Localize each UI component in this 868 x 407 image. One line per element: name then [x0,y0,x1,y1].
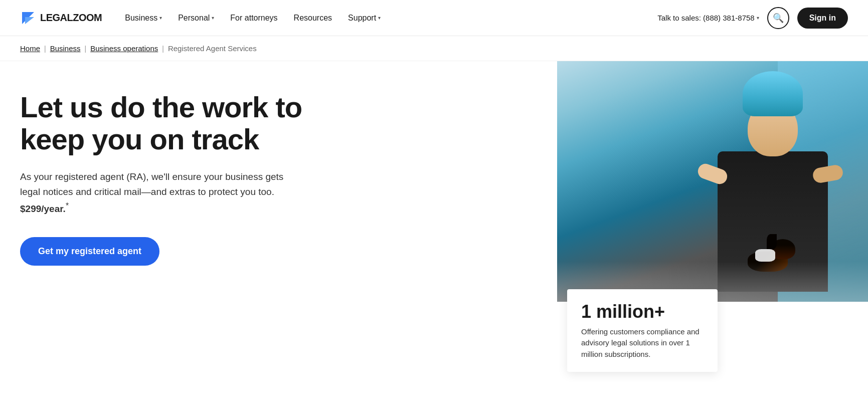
search-button[interactable]: 🔍 [767,7,789,29]
chevron-down-icon: ▾ [378,15,381,21]
legalzoom-logo-icon [20,10,36,26]
towel-shape [755,249,775,262]
chevron-down-icon: ▾ [757,15,759,21]
signin-button[interactable]: Sign in [797,8,848,29]
breadcrumb-business[interactable]: Business [50,44,81,53]
nav-item-resources[interactable]: Resources [287,10,339,27]
arm-right [812,164,844,184]
breadcrumb: Home | Business | Business operations | … [0,36,868,61]
header: LEGALZOOM Business ▾ Personal ▾ For atto… [0,0,868,36]
dog-ear-shape [767,234,777,249]
hero-content-left: Let us do the work to keep you on track … [20,91,361,372]
hero-image [557,61,868,302]
nav-item-support[interactable]: Support ▾ [341,10,388,27]
breadcrumb-current-page: Registered Agent Services [168,44,257,53]
header-right: Talk to sales: (888) 381-8758 ▾ 🔍 Sign i… [657,7,848,29]
chevron-down-icon: ▾ [159,15,162,21]
breadcrumb-home[interactable]: Home [20,44,40,53]
nav-item-personal[interactable]: Personal ▾ [171,10,221,27]
breadcrumb-business-operations[interactable]: Business operations [90,44,158,53]
arm-left [696,162,730,186]
cta-button[interactable]: Get my registered agent [20,237,159,266]
search-icon: 🔍 [773,13,784,24]
hero-section: Let us do the work to keep you on track … [0,61,868,392]
breadcrumb-separator: | [162,45,164,53]
stats-number: 1 million+ [581,301,704,322]
sales-phone-link[interactable]: Talk to sales: (888) 381-8758 ▾ [657,14,759,22]
hero-description: As your registered agent (RA), we'll ens… [20,169,301,218]
stats-description: Offering customers compliance and adviso… [581,326,704,360]
logo-link[interactable]: LEGALZOOM [20,10,102,26]
nav-item-attorneys[interactable]: For attorneys [223,10,284,27]
main-nav: Business ▾ Personal ▾ For attorneys Reso… [118,10,657,27]
stats-box: 1 million+ Offering customers compliance… [567,289,718,372]
breadcrumb-separator: | [85,45,87,53]
chevron-down-icon: ▾ [212,15,214,21]
logo-text: LEGALZOOM [40,12,102,24]
hair-shape [743,71,803,116]
hero-title: Let us do the work to keep you on track [20,91,341,155]
breadcrumb-separator: | [44,45,46,53]
nav-item-business[interactable]: Business ▾ [118,10,169,27]
hero-image-area: 1 million+ Offering customers compliance… [557,61,868,392]
